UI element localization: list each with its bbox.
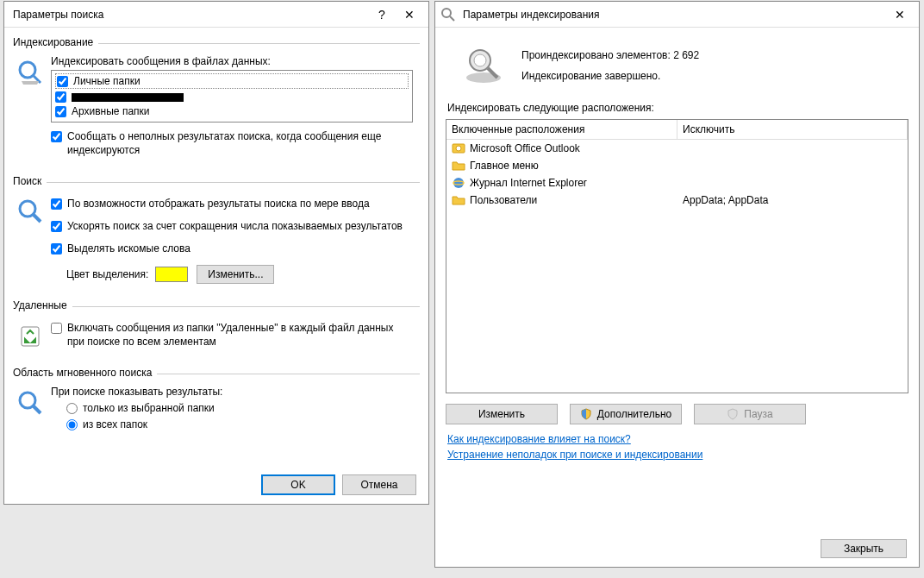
close-button[interactable]: ✕ — [396, 4, 423, 25]
close-button[interactable]: ✕ — [886, 4, 914, 25]
checkbox-speed-up[interactable] — [51, 221, 62, 232]
close-dialog-button[interactable]: Закрыть — [821, 539, 907, 558]
group-indexing: Индексирование Индексировать сообщения в… — [13, 35, 420, 166]
search-options-dialog: Параметры поиска ? ✕ Индексирование Инде… — [3, 1, 429, 505]
highlight-label: Выделять искомые слова — [67, 242, 190, 255]
help-button[interactable]: ? — [368, 4, 396, 25]
location-row[interactable]: Журнал Internet Explorer — [446, 174, 908, 192]
location-row[interactable]: Microsoft Office Outlook — [446, 140, 908, 157]
recycle-bin-icon — [16, 322, 44, 349]
group-deleted: Удаленные Включать сообщения из папки "У… — [13, 298, 420, 358]
locations-label: Индексировать следующие расположения: — [447, 102, 907, 114]
outlook-icon — [452, 141, 465, 155]
highlight-color-swatch — [155, 267, 188, 282]
speed-up-label: Ускорять поиск за счет сокращения числа … — [67, 219, 403, 233]
checkbox-highlight[interactable] — [51, 243, 62, 254]
group-header-text: Поиск — [13, 175, 47, 187]
radio-current-folder[interactable] — [66, 403, 78, 414]
group-header-text: Область мгновенного поиска — [13, 367, 157, 379]
checkbox-partial-results[interactable] — [51, 131, 62, 142]
radio-all-folders[interactable] — [66, 419, 78, 430]
close-icon: ✕ — [895, 8, 905, 22]
dialog-title: Параметры индексирования — [459, 9, 886, 21]
group-header-text: Удаленные — [13, 299, 72, 311]
change-color-button[interactable]: Изменить... — [197, 265, 274, 284]
col-exclude[interactable]: Исключить — [677, 120, 908, 139]
svg-point-14 — [456, 146, 461, 151]
indexing-large-icon — [461, 45, 506, 86]
folder-icon — [452, 159, 465, 173]
indexing-status: Индексирование завершено. — [521, 66, 699, 86]
radio-current-label: только из выбранной папки — [83, 401, 215, 415]
link-troubleshoot[interactable]: Устранение неполадок при поиске и индекс… — [447, 449, 907, 461]
checkbox-as-you-type[interactable] — [51, 198, 62, 210]
ok-button[interactable]: OK — [261, 474, 335, 495]
scope-icon — [16, 389, 44, 417]
color-label: Цвет выделения: — [66, 268, 148, 280]
titlebar: Параметры индексирования ✕ — [435, 2, 919, 28]
advanced-button[interactable]: Дополнительно — [570, 404, 682, 424]
checkbox-archive-folders[interactable] — [55, 106, 66, 117]
svg-point-11 — [474, 54, 486, 66]
close-icon: ✕ — [404, 8, 415, 22]
item-personal-folders: Личные папки — [73, 74, 140, 88]
location-row[interactable]: Главное меню — [446, 157, 908, 174]
svg-line-3 — [34, 215, 41, 222]
location-exclude: AppData; AppData — [677, 192, 908, 209]
help-icon: ? — [378, 8, 385, 22]
svg-point-7 — [442, 9, 451, 17]
location-exclude — [677, 174, 908, 192]
group-scope: Область мгновенного поиска При поиске по… — [13, 365, 420, 441]
link-how-indexing-works[interactable]: Как индексирование влияет на поиск? — [447, 433, 907, 445]
col-included[interactable]: Включенные расположения — [446, 120, 677, 139]
item-redacted — [72, 90, 184, 104]
locations-header: Включенные расположения Исключить — [446, 120, 908, 140]
as-you-type-label: По возможности отображать результаты пои… — [67, 197, 370, 210]
indexing-options-dialog: Параметры индексирования ✕ Проиндексиров… — [434, 1, 920, 568]
checkbox-personal-folders[interactable] — [57, 76, 68, 87]
pause-button: Пауза — [694, 404, 806, 424]
svg-point-15 — [453, 178, 464, 188]
dialog-title: Параметры поиска — [9, 9, 368, 21]
location-name: Microsoft Office Outlook — [470, 142, 580, 154]
ie-icon — [452, 176, 465, 190]
location-row[interactable]: ПользователиAppData; AppData — [446, 192, 908, 209]
titlebar: Параметры поиска ? ✕ — [4, 2, 428, 28]
data-files-listbox: Личные папки Архивные папки — [51, 70, 413, 123]
location-exclude — [677, 140, 908, 157]
modify-button[interactable]: Изменить — [446, 404, 558, 424]
checkbox-redacted[interactable] — [55, 91, 66, 103]
location-name: Журнал Internet Explorer — [470, 177, 587, 189]
location-name: Главное меню — [470, 160, 539, 172]
indexed-count: Проиндексировано элементов: 2 692 — [521, 45, 699, 66]
include-deleted-label: Включать сообщения из папки "Удаленные" … — [67, 321, 413, 349]
svg-point-2 — [20, 201, 35, 217]
pause-label: Пауза — [744, 408, 772, 420]
data-files-label: Индексировать сообщения в файлах данных: — [51, 55, 413, 67]
indexing-icon — [440, 7, 456, 22]
cancel-button[interactable]: Отмена — [342, 474, 416, 495]
group-header-text: Индексирование — [13, 36, 98, 48]
svg-line-8 — [450, 16, 454, 21]
checkbox-include-deleted[interactable] — [51, 323, 62, 334]
partial-results-label: Сообщать о неполных результатах поиска, … — [67, 129, 413, 157]
item-archive-folders: Архивные папки — [72, 104, 150, 118]
svg-point-5 — [20, 393, 35, 408]
summary-block: Проиндексировано элементов: 2 692 Индекс… — [435, 28, 919, 95]
shield-icon — [727, 408, 739, 420]
locations-listbox: Включенные расположения Исключить Micros… — [446, 119, 908, 393]
location-name: Пользователи — [470, 194, 537, 206]
svg-point-0 — [20, 62, 35, 78]
svg-line-6 — [34, 406, 41, 413]
location-exclude — [677, 157, 908, 174]
shield-icon — [580, 408, 592, 420]
index-icon — [16, 59, 44, 86]
search-icon — [16, 198, 44, 225]
group-search: Поиск По возможности отображать результа… — [13, 173, 420, 291]
radio-all-label: из всех папок — [83, 418, 147, 431]
folder-icon — [452, 193, 465, 207]
scope-label: При поиске показывать результаты: — [51, 386, 413, 398]
advanced-label: Дополнительно — [597, 408, 671, 420]
